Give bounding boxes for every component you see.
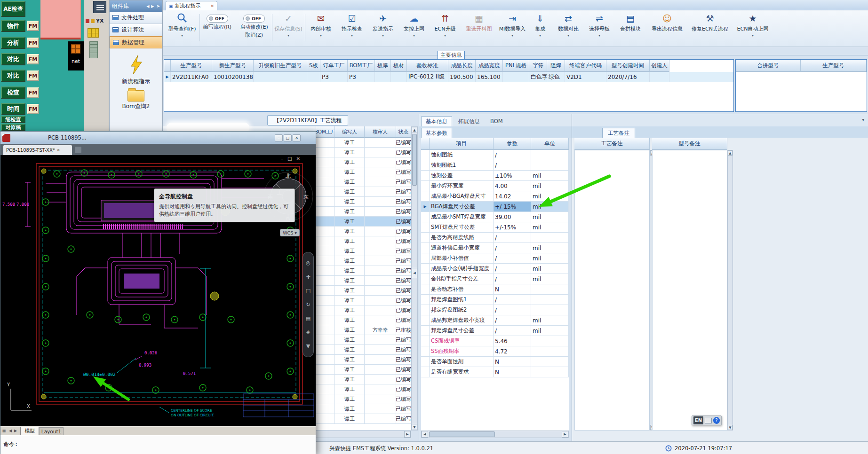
param-row[interactable]: 是否有缝宽要求N [421, 367, 569, 377]
language-bar[interactable]: EN ? [692, 415, 722, 425]
splitter-collapse-icon[interactable]: ◀ [412, 268, 417, 278]
scrollbar-thumb[interactable] [412, 134, 417, 186]
close-icon[interactable]: ✕ [296, 156, 300, 161]
ribbon-启动修改(E)[interactable]: OFF启动修改(E)取消(Z) [237, 12, 271, 45]
cad-navbar[interactable]: ◎ ✚ □ ↻ ▤ ◈ ▼ [303, 252, 314, 357]
col-阻焊[interactable]: 阻焊 [547, 60, 565, 72]
fm-badge[interactable]: FM [27, 70, 39, 81]
tab-scroll-left-icon[interactable]: ◀ [9, 429, 12, 433]
notes-vscrollbar2[interactable]: ▲ ▼ [727, 150, 733, 431]
chevron-down-icon[interactable]: ▾ [585, 34, 613, 38]
tab-基本信息[interactable]: 基本信息 [421, 116, 452, 126]
col-PNL规格[interactable]: PNL规格 [503, 60, 529, 72]
fm-item-对比[interactable]: 对比 [1, 70, 25, 82]
ribbon-ECN自动上网[interactable]: ★ECN自动上网▾ [733, 12, 772, 45]
cad-canvas[interactable]: 7.500 7.000 0.026 0.993 0.571 Ø0.014±0.0… [0, 155, 316, 426]
param-row[interactable]: 成品最小SMT焊盘宽度39.00mil [421, 212, 569, 222]
orbit-icon[interactable]: ↻ [306, 302, 310, 308]
chevron-down-icon[interactable]: ▾ [338, 34, 366, 38]
fm-item-top[interactable]: AE检查 [1, 1, 25, 17]
col-合拼型号[interactable]: 合拼型号 [736, 60, 801, 72]
pin-icon[interactable]: ➤ [156, 4, 160, 8]
chevron-down-icon[interactable]: ▾ [307, 34, 335, 38]
command-prompt[interactable]: 命令: [3, 440, 18, 448]
help-icon[interactable]: ? [713, 417, 720, 424]
ribbon-指示检查[interactable]: ☑指示检查▾ [338, 12, 366, 45]
col-状态[interactable]: 状态 [396, 126, 411, 138]
fm-item-物件[interactable]: 物件 [1, 20, 25, 32]
wcs-button[interactable]: WCS ▼ [280, 229, 300, 236]
close-icon[interactable]: ✕ [57, 148, 60, 152]
scroll-down-icon[interactable]: ▼ [412, 424, 417, 430]
param-row[interactable]: 蚀刻公差±10%mil [421, 171, 569, 181]
param-row[interactable]: 最小焊环宽度4.00mil [421, 181, 569, 191]
off-toggle[interactable]: OFF [207, 15, 228, 23]
scrollbar-thumb[interactable] [429, 431, 495, 437]
menu-item-设计算法[interactable]: 设计算法 [110, 24, 162, 36]
net-component[interactable]: net [68, 41, 84, 70]
ribbon-内部审核[interactable]: ✉内部审核▾ [307, 12, 335, 45]
keyboard-icon[interactable] [705, 418, 711, 423]
param-row[interactable]: ▶BGA焊盘尺寸公差+/-15%mil [421, 202, 569, 212]
scroll-down-icon[interactable]: ▼ [728, 425, 733, 430]
chevron-down-icon[interactable]: ▾ [369, 34, 397, 38]
minimize-icon[interactable]: – [281, 156, 283, 161]
scroll-left-icon[interactable]: ◀ [146, 4, 149, 8]
param-row[interactable]: 是否单面蚀刻N [421, 357, 569, 367]
fm-badge[interactable]: FM [27, 38, 39, 48]
param-row[interactable]: 邦定焊盘图纸2/ [421, 305, 569, 315]
pan-icon[interactable]: ✚ [306, 274, 310, 280]
notes-list-model[interactable] [652, 150, 727, 431]
chevron-down-icon[interactable]: ▼ [306, 343, 310, 349]
fm-item-对比[interactable]: 对比 [1, 53, 25, 65]
main-grid-row[interactable]: ▶2V2D11KFA010010200138145P3P3IPC-6012 II… [164, 72, 733, 82]
fm-badge[interactable]: FM [27, 104, 39, 114]
col-订单工厂[interactable]: 订单工厂 [320, 60, 348, 72]
off-toggle[interactable]: OFF [243, 15, 265, 23]
scroll-up-icon[interactable]: ▲ [728, 150, 733, 156]
col-板厚[interactable]: 板厚 [375, 60, 391, 72]
component-thumb-icon[interactable] [88, 28, 99, 38]
col-生产型号[interactable]: 生产型号 [801, 60, 867, 72]
tab-list-button[interactable] [75, 147, 81, 153]
ribbon-保存信息(S)[interactable]: ✓保存信息(S)▾ [274, 12, 303, 45]
fm-item-检查[interactable]: 检查 [1, 86, 25, 99]
param-row[interactable]: 成品最小BGA焊盘尺寸14.02mil [421, 191, 569, 202]
fm-badge[interactable]: FM [27, 54, 39, 64]
col-创建人[interactable]: 创建人 [650, 60, 669, 72]
ribbon-发送指示[interactable]: ✈发送指示▾ [369, 12, 397, 45]
param-row[interactable]: 是否为高精度线路/ [421, 233, 569, 243]
col-BOM工厂[interactable]: BOM工厂 [316, 126, 335, 138]
close-icon[interactable]: ✕ [210, 4, 214, 8]
param-row[interactable]: 邦定焊盘图纸1/ [421, 295, 569, 305]
ribbon-修复ECN丢流程[interactable]: ⚒修复ECN丢流程 [688, 12, 732, 45]
param-row[interactable]: 蚀刻图纸/ [421, 150, 569, 160]
ribbon-ECN升级[interactable]: ⇈ECN升级▾ [431, 12, 459, 45]
cad-titlebar[interactable]: PCB-110895... – □ ✕ [0, 132, 316, 144]
chevron-down-icon[interactable]: ▾ [274, 34, 303, 38]
ribbon-合拼模块[interactable]: ▤合拼模块 [616, 12, 645, 45]
language-indicator[interactable]: EN [693, 416, 703, 424]
chevron-down-icon[interactable]: ▾ [862, 117, 864, 122]
ribbon-导出流程信息[interactable]: ☺导出流程信息 [647, 12, 687, 45]
fm-item-对原稿[interactable]: 对原稿 [1, 124, 25, 131]
flow-vscrollbar[interactable]: ▲ ◀ ▼ [411, 126, 418, 431]
showmotion-icon[interactable]: ◈ [306, 329, 310, 335]
col-生产型号[interactable]: 生产型号 [171, 60, 212, 72]
menu-icon[interactable] [93, 1, 106, 13]
param-row[interactable]: SMT焊盘尺寸公差+/-15%mil [421, 222, 569, 233]
col-BOM工厂[interactable]: BOM工厂 [348, 60, 375, 72]
tab-basic-params[interactable]: 基本参数 [421, 128, 452, 138]
fm-item-细检查[interactable]: 细检查 [1, 116, 25, 123]
ribbon-集成[interactable]: ⇓集成▾ [529, 12, 551, 45]
ribbon-数据对比[interactable]: ⇄数据对比▾ [554, 12, 582, 45]
restore-icon[interactable]: □ [287, 156, 292, 161]
ribbon-编写流程(R)[interactable]: OFF编写流程(R) [200, 12, 234, 45]
tree-label[interactable]: YX [96, 18, 104, 24]
menu-item-文件处理[interactable]: 文件处理 [110, 12, 162, 24]
fm-badge[interactable]: FM [27, 21, 39, 31]
chevron-down-icon[interactable]: ▾ [167, 34, 198, 38]
canvas-window-controls[interactable]: –□✕ [281, 156, 300, 161]
col-S板[interactable]: S板 [307, 60, 320, 72]
minimize-icon[interactable]: – [275, 134, 283, 141]
